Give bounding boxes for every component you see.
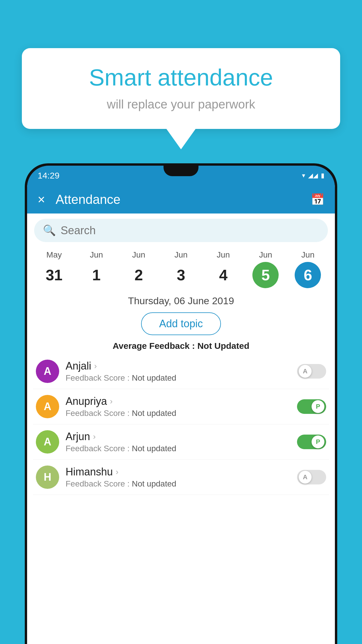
day-number[interactable]: 2	[126, 262, 152, 288]
avg-feedback-value: Not Updated	[197, 341, 249, 351]
student-item[interactable]: AAnjali ›Feedback Score : Not updatedA	[33, 354, 329, 389]
month-label: Jun	[259, 250, 272, 260]
student-info: Himanshu ›Feedback Score : Not updated	[66, 466, 291, 489]
month-label: Jun	[217, 250, 230, 260]
wifi-icon: ▾	[302, 172, 305, 179]
student-item[interactable]: AAnupriya ›Feedback Score : Not updatedP	[33, 389, 329, 424]
app-header: × Attendance 📅	[27, 186, 335, 214]
attendance-toggle[interactable]: A	[297, 364, 326, 379]
attendance-toggle[interactable]: A	[297, 470, 326, 484]
feedback-score: Feedback Score : Not updated	[66, 444, 291, 453]
calendar-day[interactable]: Jun3	[168, 250, 194, 288]
student-item[interactable]: HHimanshu ›Feedback Score : Not updatedA	[33, 460, 329, 495]
signal-icon: ◢◢	[308, 172, 318, 179]
speech-bubble-tail	[166, 129, 196, 149]
avg-feedback-label: Average Feedback :	[113, 341, 195, 351]
student-name[interactable]: Arjun ›	[66, 430, 291, 443]
status-icons: ▾ ◢◢ ▮	[302, 172, 324, 179]
student-name[interactable]: Himanshu ›	[66, 466, 291, 478]
calendar-icon[interactable]: 📅	[311, 193, 324, 206]
calendar-day[interactable]: Jun5	[252, 250, 279, 288]
month-label: Jun	[132, 250, 145, 260]
month-label: Jun	[90, 250, 103, 260]
toggle-knob: P	[312, 400, 324, 413]
calendar-day[interactable]: Jun6	[295, 250, 321, 288]
day-number[interactable]: 31	[41, 262, 67, 288]
student-item[interactable]: AArjun ›Feedback Score : Not updatedP	[33, 424, 329, 460]
feedback-score: Feedback Score : Not updated	[66, 479, 291, 489]
calendar-day[interactable]: May31	[41, 250, 67, 288]
day-number[interactable]: 1	[83, 262, 110, 288]
phone-frame: 14:29 ▾ ◢◢ ▮ × Attendance 📅 🔍 May31Jun1	[25, 163, 337, 644]
feedback-score: Feedback Score : Not updated	[66, 409, 291, 418]
calendar-day[interactable]: Jun1	[83, 250, 110, 288]
avatar: A	[36, 395, 59, 418]
speech-bubble-container: Smart attendance will replace your paper…	[22, 48, 340, 149]
speech-bubble: Smart attendance will replace your paper…	[22, 48, 340, 129]
phone-screen: × Attendance 📅 🔍 May31Jun1Jun2Jun3Jun4Ju…	[27, 186, 335, 644]
student-name[interactable]: Anupriya ›	[66, 395, 291, 407]
day-number[interactable]: 4	[210, 262, 236, 288]
day-number[interactable]: 6	[295, 262, 321, 288]
toggle-knob: A	[299, 365, 312, 378]
app-title: Attendance	[56, 192, 311, 207]
status-time: 14:29	[38, 171, 59, 181]
avatar: A	[36, 430, 59, 454]
attendance-toggle[interactable]: P	[297, 399, 326, 414]
student-list: AAnjali ›Feedback Score : Not updatedAAA…	[27, 354, 335, 495]
toggle-knob: A	[299, 471, 312, 484]
toggle-knob: P	[312, 435, 324, 448]
chevron-icon: ›	[116, 467, 118, 477]
date-header: Thursday, 06 June 2019	[27, 295, 335, 307]
avg-feedback: Average Feedback : Not Updated	[27, 341, 335, 351]
search-bar[interactable]: 🔍	[34, 219, 328, 242]
avatar: A	[36, 360, 59, 383]
student-name[interactable]: Anjali ›	[66, 360, 291, 372]
month-label: Jun	[174, 250, 187, 260]
hero-subtitle: will replace your paperwork	[39, 97, 323, 111]
day-number[interactable]: 5	[252, 262, 279, 288]
phone-inner: 14:29 ▾ ◢◢ ▮ × Attendance 📅 🔍 May31Jun1	[27, 166, 335, 644]
avatar: H	[36, 466, 59, 489]
battery-icon: ▮	[321, 172, 324, 179]
chevron-icon: ›	[93, 432, 96, 441]
month-label: Jun	[301, 250, 314, 260]
notch	[164, 166, 198, 176]
search-icon: 🔍	[43, 224, 56, 237]
hero-title: Smart attendance	[39, 64, 323, 91]
chevron-icon: ›	[94, 361, 97, 371]
add-topic-button[interactable]: Add topic	[141, 312, 221, 335]
calendar-row: May31Jun1Jun2Jun3Jun4Jun5Jun6	[27, 247, 335, 288]
student-info: Anupriya ›Feedback Score : Not updated	[66, 395, 291, 418]
search-input[interactable]	[61, 224, 319, 237]
student-info: Arjun ›Feedback Score : Not updated	[66, 430, 291, 453]
month-label: May	[46, 250, 62, 260]
chevron-icon: ›	[110, 397, 113, 406]
attendance-toggle[interactable]: P	[297, 435, 326, 449]
calendar-day[interactable]: Jun4	[210, 250, 236, 288]
calendar-day[interactable]: Jun2	[126, 250, 152, 288]
student-info: Anjali ›Feedback Score : Not updated	[66, 360, 291, 383]
status-bar: 14:29 ▾ ◢◢ ▮	[27, 166, 335, 186]
day-number[interactable]: 3	[168, 262, 194, 288]
close-button[interactable]: ×	[38, 192, 45, 207]
feedback-score: Feedback Score : Not updated	[66, 373, 291, 383]
